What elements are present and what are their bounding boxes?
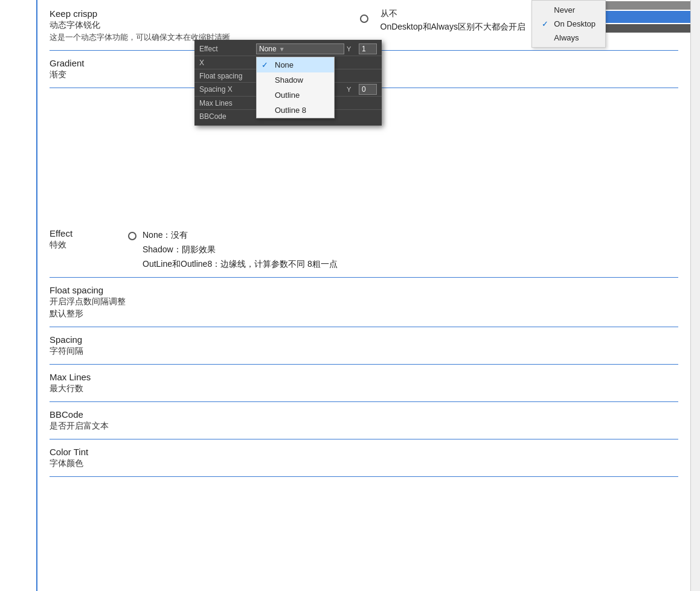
float-spacing-section: Float spacing 开启浮点数间隔调整 默认整形 xyxy=(50,278,678,327)
max-lines-title-cn: 最大行数 xyxy=(50,383,678,394)
dropdown-item-never[interactable]: Never xyxy=(532,3,605,17)
popup-row-effect: Effect None ▼ ✓ None xyxy=(194,42,382,56)
float-spacing-title-cn1: 开启浮点数间隔调整 xyxy=(50,296,678,307)
dropdown-option-outline-label: Outline xyxy=(275,91,300,100)
effect-desc-none: None：没有 xyxy=(143,228,678,243)
top-right-dropdown: Never ✓ On Desktop Always xyxy=(531,0,606,48)
radio-button-effect[interactable] xyxy=(128,232,136,240)
color-tint-section: Color Tint 字体颜色 xyxy=(50,439,678,477)
dropdown-option-outline[interactable]: Outline xyxy=(257,88,334,103)
dropdown-option-shadow[interactable]: Shadow xyxy=(257,72,334,88)
dropdown-option-outline8[interactable]: Outline 8 xyxy=(257,103,334,118)
color-tint-title-cn: 字体颜色 xyxy=(50,458,678,469)
popup-spacing-label: Spacing X xyxy=(199,85,254,94)
dropdown-option-outline8-label: Outline 8 xyxy=(275,106,306,115)
bbcode-section: BBCode 是否开启富文本 xyxy=(50,402,678,439)
max-lines-section: Max Lines 最大行数 xyxy=(50,365,678,402)
dropdown-arrow-icon: ▼ xyxy=(279,46,285,53)
effect-desc-shadow: Shadow：阴影效果 xyxy=(143,243,678,257)
popup-effect-dropdown-wrapper: None ▼ ✓ None Shadow xyxy=(256,43,344,54)
spacing-title-en: Spacing xyxy=(50,334,678,345)
effect-desc-outline: OutLine和Outline8：边缘线，计算参数不同 8粗一点 xyxy=(143,257,678,272)
spacing-section: Spacing 字符间隔 xyxy=(50,327,678,365)
color-tint-title-en: Color Tint xyxy=(50,447,678,457)
left-border xyxy=(0,0,37,591)
keep-crispp-title-en: Keep crispp xyxy=(50,8,348,19)
dropdown-item-always[interactable]: Always xyxy=(532,31,605,45)
float-spacing-title-en: Float spacing xyxy=(50,285,678,295)
radio-button-crispp[interactable] xyxy=(360,14,368,23)
effect-dropdown-list: ✓ None Shadow Outline Outline 8 xyxy=(256,57,335,118)
dropdown-label-never: Never xyxy=(554,5,575,14)
screenshot-bar-3 xyxy=(606,24,690,33)
keep-crispp-left: Keep crispp 动态字体锐化 这是一个动态字体功能，可以确保文本在收缩时… xyxy=(50,8,348,43)
float-spacing-title-cn2: 默认整形 xyxy=(50,308,678,319)
effect-section-inner: Effect 特效 None：没有 Shadow：阴影效果 OutLine和Ou… xyxy=(50,228,678,271)
keep-crispp-title-cn: 动态字体锐化 xyxy=(50,20,348,31)
screenshot-bar-2 xyxy=(606,11,690,23)
popup-bbcode-label: BBCode xyxy=(199,112,254,121)
effect-title-cn: 特效 xyxy=(50,240,122,251)
dropdown-label-always: Always xyxy=(554,33,579,42)
dropdown-label-ondesktop: On Desktop xyxy=(554,19,596,28)
effect-section: Effect None ▼ ✓ None xyxy=(50,88,678,278)
effect-left: Effect 特效 xyxy=(50,228,122,252)
checkmark-ondesktop: ✓ xyxy=(542,19,550,28)
popup-spacing-y-label: Y xyxy=(347,86,356,93)
effect-title-en: Effect xyxy=(50,228,122,238)
popup-maxlines-label: Max Lines xyxy=(199,99,254,107)
effect-popup-widget: Effect None ▼ ✓ None xyxy=(194,40,382,126)
check-icon-none: ✓ xyxy=(262,60,268,69)
bbcode-title-cn: 是否开启富文本 xyxy=(50,421,678,432)
popup-spacing-y-value[interactable]: 0 xyxy=(359,84,377,95)
effect-desc: None：没有 Shadow：阴影效果 OutLine和Outline8：边缘线… xyxy=(143,228,678,271)
max-lines-title-en: Max Lines xyxy=(50,372,678,382)
popup-x-label: X xyxy=(199,59,254,67)
screenshot-area xyxy=(606,0,690,54)
right-scrollbar[interactable] xyxy=(690,0,700,591)
popup-effect-value: None xyxy=(259,45,277,53)
popup-effect-label: Effect xyxy=(199,45,254,53)
popup-float-spacing-label: Float spacing xyxy=(199,72,254,80)
keep-crispp-radio-wrapper xyxy=(360,13,368,23)
main-content: Never ✓ On Desktop Always Keep crispp 动态… xyxy=(37,0,690,591)
popup-effect-y-label: Y xyxy=(347,45,356,53)
dropdown-option-shadow-label: Shadow xyxy=(275,75,303,85)
popup-effect-y-value[interactable]: 1 xyxy=(359,43,377,54)
screenshot-bar-1 xyxy=(606,1,690,10)
spacing-title-cn: 字符间隔 xyxy=(50,346,678,357)
effect-radio-wrapper xyxy=(128,231,136,240)
bbcode-title-en: BBCode xyxy=(50,409,678,420)
dropdown-option-none[interactable]: ✓ None xyxy=(257,57,334,72)
dropdown-option-none-label: None xyxy=(275,60,294,69)
popup-effect-dropdown[interactable]: None ▼ xyxy=(256,43,344,54)
dropdown-item-ondesktop[interactable]: ✓ On Desktop xyxy=(532,17,605,31)
